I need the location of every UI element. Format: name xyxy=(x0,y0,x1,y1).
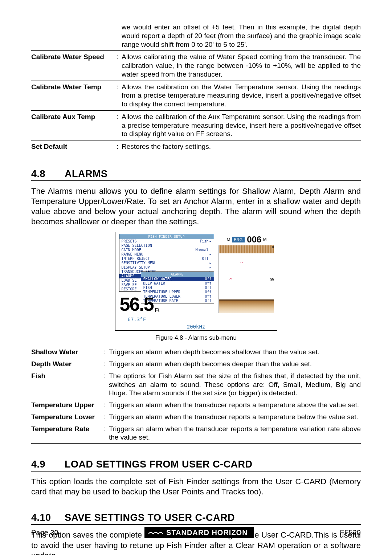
menu-titlebar: FISH FINDER SETUP xyxy=(119,234,214,239)
table-row: Depth Water:Triggers an alarm when depth… xyxy=(31,358,361,370)
section-4-10-heading: 4.10SAVE SETTINGS TO USER C-CARD xyxy=(31,512,361,525)
wave-icon xyxy=(148,530,163,536)
scale-mid: 35 xyxy=(270,278,274,282)
row-desc: Allows the calibration on the Water Temp… xyxy=(122,81,361,110)
menu-item-label: SAVE SE xyxy=(122,283,137,287)
submenu-item-value: Off xyxy=(205,299,211,303)
row-desc: Allows the calibration of the Aux Temper… xyxy=(122,110,361,140)
page-number: Page 30 xyxy=(31,529,58,537)
row-label: Calibrate Water Temp xyxy=(31,81,117,110)
submenu-item-label: FISH xyxy=(143,286,152,290)
calibration-table: we would enter an offset of +5 feet. The… xyxy=(31,21,361,153)
row-label: Calibrate Aux Temp xyxy=(31,110,117,140)
page-footer: Page 30 STANDARD HORIZON FF520 xyxy=(31,524,361,538)
menu-item[interactable]: SENSITIVITY MENU▸ xyxy=(119,261,214,265)
row-desc: Triggers an alarm when depth becomes sha… xyxy=(109,346,361,358)
menu-item-label: RANGE MENU xyxy=(122,252,143,257)
brg-prefix: M xyxy=(227,237,230,242)
row-desc: Triggers an alarm when depth becomes dee… xyxy=(109,358,361,370)
menu-item[interactable]: INTERF REJECTOff xyxy=(119,257,214,261)
bearing-readout: M BRG 006 M xyxy=(227,235,274,244)
chevron-right-icon: ▸ xyxy=(209,261,212,265)
chevron-right-icon: ▸ xyxy=(209,252,212,257)
submenu-item[interactable]: SHALLOW WATEROff xyxy=(141,277,214,281)
chevron-right-icon xyxy=(209,248,212,252)
sonar-column: 0 35 71 ⌒ ⌒ xyxy=(219,245,274,313)
row-label: Calibrate Water Speed xyxy=(31,51,117,81)
menu-item-label: PRESETS xyxy=(122,239,137,244)
temperature-readout: 67.3°F xyxy=(128,317,146,322)
scale-top: 0 xyxy=(272,245,274,249)
menu-item-label: ALARMS xyxy=(122,274,135,278)
row-label: Temperature Upper xyxy=(31,399,104,411)
row-label: Depth Water xyxy=(31,358,104,370)
fish-icon: ⌒ xyxy=(230,277,232,282)
brg-unit: M xyxy=(263,237,266,242)
alarms-table: Shallow Water:Triggers an alarm when dep… xyxy=(31,346,361,444)
submenu-item-value: Off xyxy=(205,290,211,294)
submenu-item[interactable]: FISHOff xyxy=(141,286,214,290)
menu-item-label: INTERF REJECT xyxy=(122,257,150,261)
section-title: ALARMS xyxy=(65,168,108,179)
submenu-item[interactable]: DEEP WATEROff xyxy=(141,281,214,286)
menu-item[interactable]: DISPLAY SETUP▸ xyxy=(119,265,214,270)
chevron-right-icon xyxy=(209,257,212,261)
submenu-item-value: Off xyxy=(205,294,211,299)
depth-value: 56.5 xyxy=(120,293,154,315)
table-row: Temperature Rate:Triggers an alarm when … xyxy=(31,423,361,444)
section-title: LOAD SETTINGS FROM USER C-CARD xyxy=(65,459,253,470)
row-desc: Allows calibrating the value of Water Sp… xyxy=(122,51,361,81)
chevron-right-icon: ▸ xyxy=(209,239,212,244)
fish-icon: ⌒ xyxy=(241,260,243,265)
submenu-titlebar: ALARMS xyxy=(141,272,214,277)
menu-item-label: GAIN MODE xyxy=(122,248,141,252)
row-label: Temperature Rate xyxy=(31,423,104,444)
row-desc: Restores the factory settings. xyxy=(122,140,361,153)
section-number: 4.10 xyxy=(31,512,65,523)
submenu-item-label: SHALLOW WATER xyxy=(143,277,172,281)
menu-item[interactable]: PRESETSFish▸ xyxy=(119,239,214,244)
chevron-right-icon xyxy=(209,244,212,248)
figure-caption: Figure 4.8 - Alarms sub-menu xyxy=(31,334,361,342)
model-number: FF520 xyxy=(340,529,361,537)
row-desc: Triggers an alarm when the transducer re… xyxy=(109,423,361,444)
row-desc: Triggers an alarm when the transducer re… xyxy=(109,411,361,423)
table-row: Temperature Lower:Triggers an alarm when… xyxy=(31,411,361,423)
submenu-item-value: Off xyxy=(205,286,211,290)
section-4-9-body: This option loads the complete set of Fi… xyxy=(31,477,361,497)
menu-item-label: DISPLAY SETUP xyxy=(122,265,150,270)
row-label: Shallow Water xyxy=(31,346,104,358)
row-desc: The options for Fish Alarm set the size … xyxy=(109,370,361,399)
alarms-submenu-screenshot: FISH FINDER SETUP PRESETSFish▸PAGE SELEC… xyxy=(115,232,277,331)
brand-logo: STANDARD HORIZON xyxy=(144,527,254,538)
menu-item-value: Off xyxy=(202,257,208,261)
menu-item[interactable]: RANGE MENU▸ xyxy=(119,252,214,257)
section-title: SAVE SETTINGS TO USER C-CARD xyxy=(65,512,235,523)
menu-item-label: LOAD SE xyxy=(122,278,137,283)
table-row: Temperature Upper:Triggers an alarm when… xyxy=(31,399,361,411)
section-4-8-heading: 4.8ALARMS xyxy=(31,168,361,181)
section-number: 4.9 xyxy=(31,459,65,470)
row-label: Set Default xyxy=(31,140,117,153)
menu-item[interactable]: GAIN MODEManual xyxy=(119,248,214,252)
submenu-item-value: Off xyxy=(205,277,211,281)
table-row: Shallow Water:Triggers an alarm when dep… xyxy=(31,346,361,358)
row-label: Temperature Lower xyxy=(31,411,104,423)
menu-item-value: Fish xyxy=(200,239,208,244)
brand-name: STANDARD HORIZON xyxy=(166,529,248,537)
menu-item-label: SENSITIVITY MENU xyxy=(122,261,156,265)
submenu-item-value: Off xyxy=(205,281,211,286)
intro-desc: we would enter an offset of +5 feet. The… xyxy=(122,21,361,51)
submenu-item-label: DEEP WATER xyxy=(143,281,165,286)
row-label: Fish xyxy=(31,370,104,399)
section-number: 4.8 xyxy=(31,168,65,180)
menu-item-value: Manual xyxy=(195,248,208,252)
menu-item[interactable]: PAGE SELECTION xyxy=(119,244,214,248)
menu-item-label: RESTORE xyxy=(122,287,137,291)
depth-unit: Ft xyxy=(155,307,159,313)
row-desc: Triggers an alarm when the transducer re… xyxy=(109,399,361,411)
menu-item-label: PAGE SELECTION xyxy=(122,244,152,248)
section-4-9-heading: 4.9LOAD SETTINGS FROM USER C-CARD xyxy=(31,459,361,472)
frequency-readout: 200kHz xyxy=(115,324,277,330)
depth-readout: 56.5 Ft xyxy=(120,293,160,315)
